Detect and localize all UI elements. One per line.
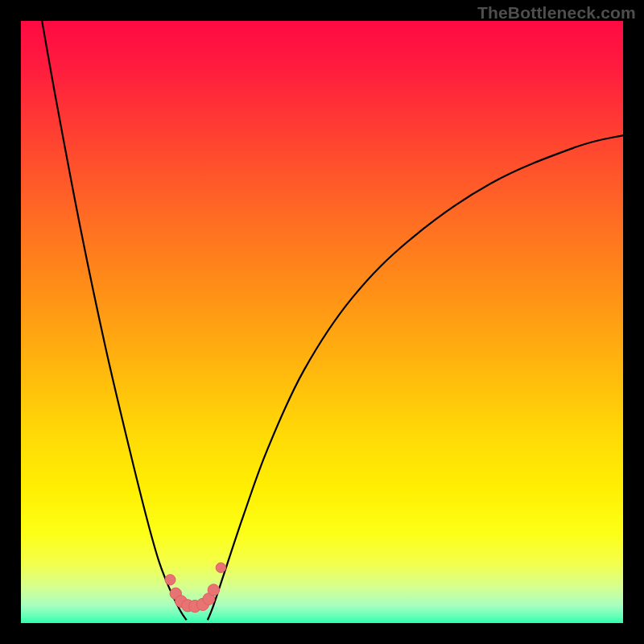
attribution-text: TheBottleneck.com: [477, 3, 636, 23]
bottleneck-chart-svg: [21, 21, 623, 623]
bottleneck-curve-left: [42, 21, 187, 620]
bottleneck-curve-right: [208, 135, 623, 620]
bottleneck-marker: [208, 584, 219, 596]
bottleneck-marker: [216, 563, 225, 572]
bottleneck-marker-group: [165, 563, 226, 613]
chart-plot-area: [21, 21, 623, 623]
bottleneck-marker: [165, 575, 175, 585]
